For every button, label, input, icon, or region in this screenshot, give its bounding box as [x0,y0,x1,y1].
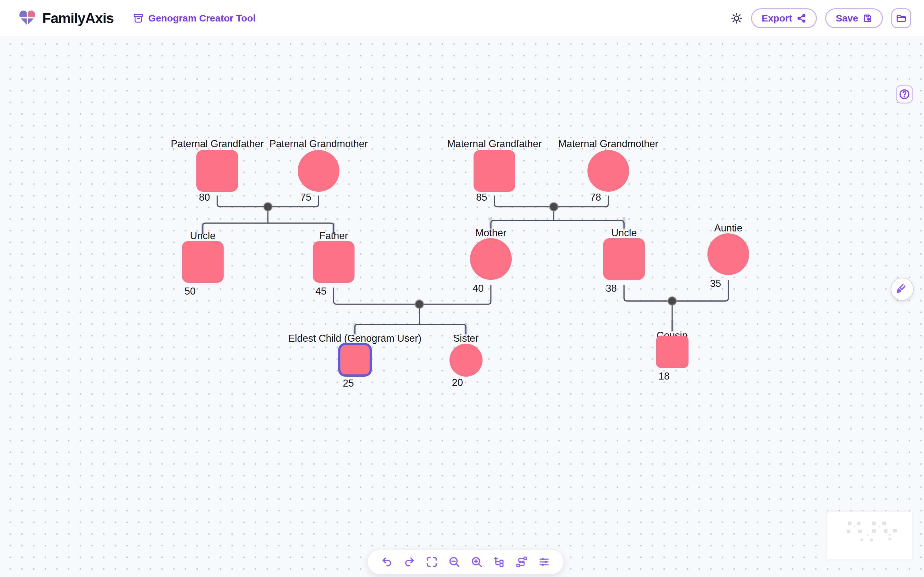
app-header: FamilyAxis Genogram Creator Tool Export … [0,0,924,37]
zoom-out-button[interactable] [447,555,461,569]
partnership-junction-dot[interactable] [668,297,676,305]
brand: FamilyAxis [18,9,113,27]
node-label-uncle1: Uncle [190,231,215,241]
theme-sun-icon[interactable] [730,12,743,24]
family-edge [203,223,334,234]
genogram-node-father[interactable] [313,241,355,283]
minimap[interactable] [827,511,913,559]
save-button[interactable]: Save [825,8,883,28]
family-edge [334,287,419,304]
family-edge [217,195,268,207]
node-age-mgf: 85 [476,192,487,202]
open-project-button[interactable] [891,8,911,28]
genogram-node-uncle2[interactable] [603,238,645,280]
fit-view-icon [426,556,438,568]
genogram-canvas[interactable]: Paternal Grandfather80Paternal Grandmoth… [0,0,924,577]
share-icon [796,13,806,23]
genogram-node-mgm[interactable] [588,150,629,192]
genogram-node-pgf[interactable] [196,150,238,192]
minimap-node [872,529,876,533]
redo-button[interactable] [402,555,417,569]
zoom-in-icon [471,556,483,568]
node-label-pgm: Paternal Grandmother [270,139,368,149]
family-edge [494,195,554,207]
node-age-cousin: 18 [659,371,670,381]
tool-badge-label: Genogram Creator Tool [148,13,255,24]
edges-layer [0,0,924,577]
minimap-node [872,522,876,525]
family-edge [491,221,624,229]
paintbrush-icon [896,283,909,295]
node-age-mgm: 78 [590,192,601,202]
style-brush-button[interactable] [891,277,914,301]
minimap-node [857,522,861,525]
genogram-node-mgf[interactable] [473,150,515,192]
node-label-mgm: Maternal Grandmother [558,139,658,149]
minimap-node [870,538,873,542]
sliders-icon [538,556,550,568]
genogram-node-sister[interactable] [449,343,483,377]
node-age-uncle1: 50 [184,286,195,296]
export-label: Export [762,13,792,24]
fit-view-button[interactable] [425,555,439,569]
canvas-toolbar [367,550,564,574]
node-label-uncle2: Uncle [611,228,636,238]
header-actions: Export Save [730,8,911,28]
minimap-node [853,526,855,527]
genogram-node-mother[interactable] [470,238,512,280]
familyaxis-heart-logo [18,9,37,27]
tree-add-icon [493,556,505,568]
connection-style-button[interactable] [515,555,529,569]
node-label-auntie: Auntie [714,223,742,233]
help-button[interactable] [896,85,913,103]
genogram-node-cousin[interactable] [656,335,688,368]
genogram-node-pgm[interactable] [298,150,339,192]
node-age-pgm: 75 [300,192,311,202]
partnership-junction-dot[interactable] [549,203,558,211]
node-age-auntie: 35 [710,279,721,288]
undo-button[interactable] [380,555,394,569]
minimap-node [884,529,887,533]
undo-icon [381,556,393,568]
minimap-node [888,538,891,541]
save-floppy-icon [863,13,872,23]
node-age-sister: 20 [452,378,463,388]
node-age-uncle2: 38 [606,284,617,293]
export-button[interactable]: Export [751,8,817,28]
node-label-father: Father [319,231,348,241]
node-label-sister: Sister [453,334,478,343]
zoom-in-button[interactable] [470,555,484,569]
node-label-mgf: Maternal Grandfather [447,139,542,149]
redo-icon [403,556,415,568]
family-edge [624,285,672,301]
genogram-node-uncle1[interactable] [182,241,224,283]
archive-box-icon [133,13,144,24]
minimap-node [893,529,897,532]
minimap-node [867,534,869,536]
genogram-node-auntie[interactable] [708,234,749,275]
app-title: FamilyAxis [42,10,113,26]
minimap-node [861,538,863,541]
node-label-eldest: Eldest Child (Genogram User) [288,334,421,343]
add-family-member-button[interactable] [492,555,506,569]
save-label: Save [836,13,858,24]
tool-badge: Genogram Creator Tool [133,13,255,24]
partnership-junction-dot[interactable] [415,300,423,308]
folder-icon [896,13,907,24]
minimap-node [882,522,886,525]
minimap-node [848,522,851,525]
minimap-node [879,526,880,527]
minimap-node [889,534,891,536]
node-age-pgf: 80 [199,192,210,202]
partnership-junction-dot[interactable] [264,203,272,211]
minimap-node [858,530,862,533]
node-label-mother: Mother [475,228,506,238]
help-circle-icon [898,88,911,100]
node-label-pgf: Paternal Grandfather [171,139,264,149]
node-age-eldest: 25 [343,378,354,388]
layout-settings-button[interactable] [537,555,551,569]
node-age-father: 45 [315,286,326,296]
genogram-node-eldest[interactable] [341,345,370,374]
node-age-mother: 40 [473,284,483,293]
zoom-out-icon [448,556,460,568]
